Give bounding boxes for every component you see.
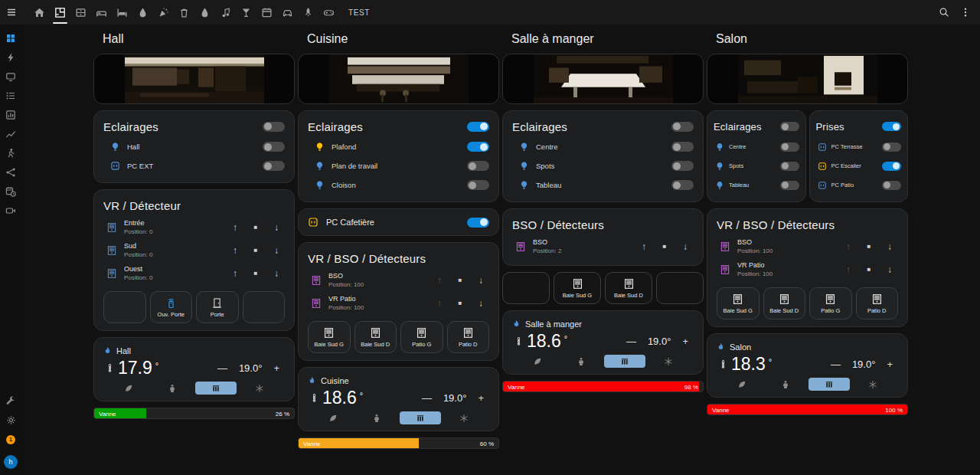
light-toggle[interactable] [780, 162, 799, 171]
sidebar-item-settings[interactable] [2, 411, 20, 430]
mode-heat-button[interactable] [195, 382, 237, 395]
mode-comfort-button[interactable] [152, 382, 193, 395]
cover-open-button[interactable]: ↑ [434, 276, 445, 285]
lights-master-toggle[interactable] [780, 122, 799, 131]
hamburger-menu-icon[interactable] [0, 0, 23, 25]
tab-home[interactable] [29, 0, 50, 25]
sidebar-item-history[interactable] [2, 124, 20, 143]
plug-row-pc-escalier[interactable]: PC Escalier [816, 156, 902, 175]
coffee-plug-card[interactable]: PC Cafetière [298, 208, 499, 236]
cover-stop-button[interactable]: ■ [659, 244, 670, 250]
camera-cuisine[interactable] [298, 54, 499, 104]
tab-music[interactable] [215, 0, 236, 25]
tab-games[interactable] [318, 0, 339, 25]
cover-close-button[interactable]: ↓ [884, 265, 895, 274]
cover-button-patio-d[interactable]: Patio D [447, 321, 490, 353]
temp-decrease-button[interactable]: — [422, 392, 432, 404]
cover-open-button[interactable]: ↑ [230, 269, 240, 278]
mode-eco-button[interactable] [108, 382, 149, 395]
sidebar-item-media[interactable] [2, 67, 20, 86]
open-door-button[interactable]: Ouv. Porte [150, 291, 193, 323]
lights-master-toggle[interactable] [467, 122, 489, 132]
cover-button-baie-sud-d[interactable]: Baie Sud D [605, 272, 652, 304]
cover-stop-button[interactable]: ■ [864, 244, 874, 250]
plug-row-pc-terrasse[interactable]: PC Terrasse [816, 137, 902, 156]
cover-close-button[interactable]: ↓ [680, 242, 691, 251]
mode-eco-button[interactable] [312, 411, 354, 424]
mode-frost-button[interactable] [648, 355, 689, 368]
light-row-spots[interactable]: Spots [714, 156, 799, 175]
sidebar-item-todo-lists[interactable] [2, 86, 20, 105]
tab-bar[interactable] [236, 0, 256, 25]
plug-toggle[interactable] [882, 162, 901, 171]
cover-row-ouest[interactable]: OuestPosition: 0 ↑ ■ ↓ [103, 262, 285, 285]
light-row-plan-de-travail[interactable]: Plan de travail [308, 156, 489, 175]
lights-master-toggle[interactable] [671, 122, 694, 132]
light-row-tableau[interactable]: Tableau [512, 175, 694, 195]
cover-button-baie-sud-d[interactable]: Baie Sud D [763, 287, 806, 319]
cover-button-patio-g[interactable]: Patio G [809, 287, 852, 319]
cover-open-button[interactable]: ↑ [843, 265, 854, 274]
mode-eco-button[interactable] [517, 355, 558, 368]
light-row-centre[interactable]: Centre [512, 137, 694, 156]
cover-row-entree[interactable]: EntréePosition: 0 ↑ ■ ↓ [103, 216, 285, 239]
temp-decrease-button[interactable]: — [217, 362, 227, 374]
mode-comfort-button[interactable] [560, 355, 602, 368]
cover-close-button[interactable]: ↓ [475, 299, 486, 308]
sidebar-item-network[interactable] [2, 162, 20, 182]
cover-open-button[interactable]: ↑ [230, 223, 240, 232]
sidebar-item-calendar[interactable] [2, 182, 20, 201]
temp-increase-button[interactable]: + [682, 336, 688, 347]
cover-row-bso[interactable]: BSOPosition: 100 ↑ ■ ↓ [717, 235, 898, 258]
plug-toggle[interactable] [882, 142, 901, 152]
light-toggle[interactable] [467, 161, 489, 171]
tab-overview[interactable] [50, 0, 70, 25]
camera-salon[interactable] [707, 54, 908, 104]
cover-button-baie-sud-g[interactable]: Baie Sud G [308, 321, 351, 353]
tab-guest-bedroom[interactable] [112, 0, 132, 25]
camera-hall[interactable] [93, 54, 295, 104]
cover-close-button[interactable]: ↓ [271, 269, 282, 278]
light-toggle[interactable] [780, 181, 799, 190]
temp-decrease-button[interactable]: — [626, 336, 636, 347]
light-row-hall[interactable]: Hall [103, 137, 285, 156]
cover-stop-button[interactable]: ■ [250, 270, 261, 277]
light-toggle[interactable] [671, 142, 694, 152]
cover-button-baie-sud-g[interactable]: Baie Sud G [554, 272, 601, 304]
light-row-pc-ext[interactable]: PC EXT [103, 156, 285, 175]
notification-badge[interactable]: 1 [2, 430, 20, 449]
mode-frost-button[interactable] [239, 382, 280, 395]
cover-button-baie-sud-g[interactable]: Baie Sud G [717, 287, 760, 319]
tab-water[interactable] [194, 0, 215, 25]
cover-row-bso[interactable]: BSOPosition: 100 ↑ ■ ↓ [308, 269, 489, 292]
cover-stop-button[interactable]: ■ [455, 277, 466, 283]
mode-eco-button[interactable] [721, 378, 763, 391]
plug-toggle[interactable] [882, 181, 901, 190]
sidebar-item-stats[interactable] [2, 105, 20, 124]
plugs-master-toggle[interactable] [882, 122, 901, 131]
sidebar-item-cameras[interactable] [2, 201, 20, 220]
sidebar-item-energy[interactable] [2, 48, 20, 67]
tab-party[interactable] [153, 0, 174, 25]
sidebar-item-presence[interactable] [2, 143, 20, 162]
cover-row-bso[interactable]: BSOPosition: 2 ↑ ■ ↓ [512, 235, 694, 258]
temp-increase-button[interactable]: + [887, 359, 893, 370]
light-toggle[interactable] [467, 142, 489, 152]
cover-button-patio-g[interactable]: Patio G [400, 321, 443, 353]
cover-stop-button[interactable]: ■ [250, 247, 261, 254]
tab-trash[interactable] [174, 0, 194, 25]
light-row-cloison[interactable]: Cloison [308, 175, 489, 195]
light-row-tableau[interactable]: Tableau [714, 175, 799, 195]
cover-stop-button[interactable]: ■ [250, 224, 261, 231]
light-row-plafond[interactable]: Plafond [308, 137, 489, 156]
cover-button-baie-sud-d[interactable]: Baie Sud D [354, 321, 397, 353]
tab-calendar[interactable] [256, 0, 277, 25]
light-toggle[interactable] [780, 142, 799, 152]
switch-toggle[interactable] [467, 218, 489, 228]
mode-frost-button[interactable] [443, 411, 485, 424]
cover-open-button[interactable]: ↑ [639, 242, 649, 251]
mode-heat-button[interactable] [808, 378, 850, 391]
camera-salle-a-manger[interactable] [502, 54, 704, 104]
cover-open-button[interactable]: ↑ [434, 299, 445, 308]
light-toggle[interactable] [671, 161, 694, 171]
